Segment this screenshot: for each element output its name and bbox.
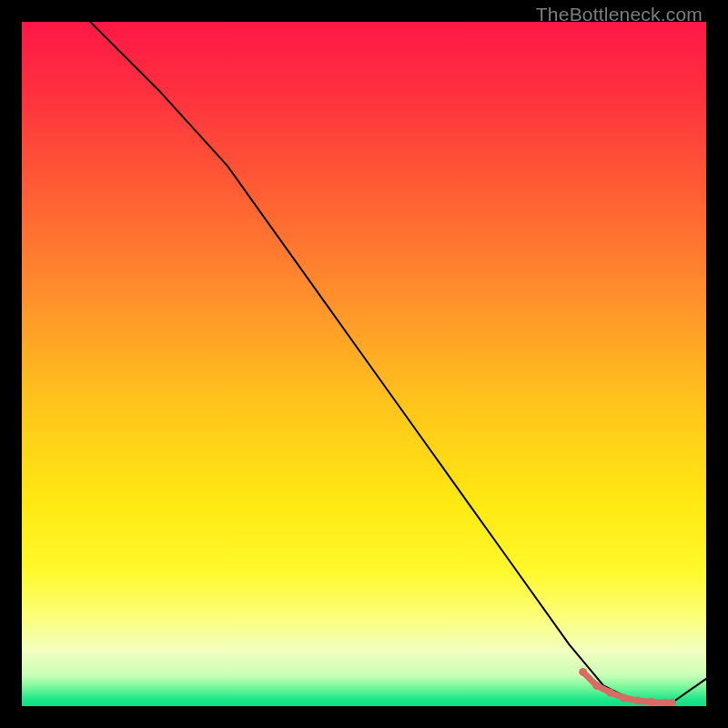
highlight-dot xyxy=(579,668,587,676)
watermark-text: TheBottleneck.com xyxy=(536,4,703,25)
highlight-dot xyxy=(592,682,601,690)
bottleneck-curve xyxy=(22,22,706,703)
highlight-dot xyxy=(647,698,655,706)
chart-svg xyxy=(22,22,706,706)
highlight-dot xyxy=(620,693,628,702)
highlight-dot xyxy=(606,688,614,696)
plot-area xyxy=(22,22,706,706)
chart-frame: TheBottleneck.com xyxy=(0,0,728,728)
highlight-dot xyxy=(633,696,642,704)
